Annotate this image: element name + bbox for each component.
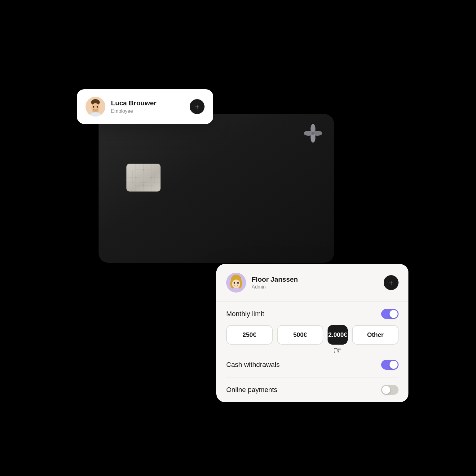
- svg-point-23: [143, 184, 144, 186]
- amount-btn-other[interactable]: Other: [352, 325, 399, 345]
- svg-point-29: [234, 282, 235, 284]
- monthly-limit-label: Monthly limit: [226, 310, 264, 318]
- panel-header: Floor Janssen Admin +: [216, 264, 408, 301]
- monthly-limit-toggle[interactable]: [381, 309, 399, 319]
- cash-withdrawals-toggle[interactable]: [381, 360, 399, 370]
- employee-card: Luca Brouwer Employee +: [77, 89, 213, 124]
- svg-rect-19: [137, 174, 150, 181]
- svg-point-11: [311, 132, 315, 135]
- cash-withdrawals-row: Cash withdrawals: [226, 360, 399, 370]
- cash-withdrawals-section: Cash withdrawals: [216, 352, 408, 377]
- cash-toggle-knob: [390, 361, 398, 369]
- monthly-limit-row: Monthly limit: [226, 309, 399, 319]
- employee-add-button[interactable]: +: [190, 99, 205, 114]
- employee-role: Employee: [111, 108, 184, 114]
- online-payments-section: Online payments: [216, 377, 408, 402]
- employee-avatar: [86, 97, 105, 117]
- svg-point-21: [150, 177, 152, 178]
- online-payments-toggle[interactable]: [381, 385, 399, 395]
- monthly-limit-section: Monthly limit 250€ 500€ 2.000€ ☞ Other: [216, 302, 408, 352]
- online-toggle-knob: [382, 386, 390, 394]
- employee-info: Luca Brouwer Employee: [111, 99, 184, 114]
- svg-point-22: [143, 169, 144, 171]
- amount-buttons: 250€ 500€ 2.000€ ☞ Other: [226, 325, 399, 345]
- svg-point-4: [93, 106, 95, 108]
- online-payments-row: Online payments: [226, 385, 399, 395]
- admin-name: Floor Janssen: [252, 275, 378, 284]
- card-chip: [126, 164, 161, 192]
- settings-panel: Floor Janssen Admin + Monthly limit 250€…: [216, 264, 408, 402]
- svg-point-28: [232, 280, 240, 288]
- credit-card: [99, 114, 334, 263]
- admin-info: Floor Janssen Admin: [252, 275, 378, 290]
- svg-point-5: [97, 106, 98, 108]
- svg-point-20: [135, 177, 137, 178]
- amount-btn-2000-wrapper: 2.000€ ☞: [328, 325, 348, 345]
- employee-name: Luca Brouwer: [111, 99, 184, 107]
- amount-btn-2000[interactable]: 2.000€: [328, 325, 348, 345]
- toggle-knob: [390, 310, 398, 318]
- amount-btn-500[interactable]: 500€: [277, 325, 324, 345]
- amount-btn-250[interactable]: 250€: [226, 325, 273, 345]
- pointer-cursor-icon: ☞: [333, 345, 342, 356]
- admin-avatar: [226, 273, 246, 293]
- card-logo: [303, 123, 323, 144]
- online-payments-label: Online payments: [226, 386, 277, 394]
- admin-add-button[interactable]: +: [384, 275, 399, 290]
- svg-point-30: [237, 282, 239, 284]
- admin-role: Admin: [252, 284, 378, 290]
- cash-withdrawals-label: Cash withdrawals: [226, 361, 280, 369]
